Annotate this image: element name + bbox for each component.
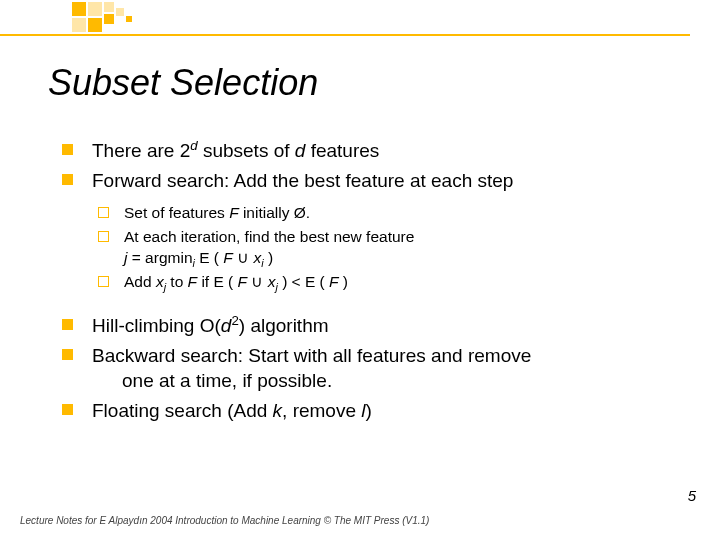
footer-citation: Lecture Notes for E Alpaydın 2004 Introd…: [20, 515, 429, 526]
bullet-item: Hill-climbing O(d2) algorithm: [62, 313, 672, 339]
page-number: 5: [688, 487, 696, 504]
bullet-item: Backward search: Start with all features…: [62, 343, 672, 394]
bullet-list-1: There are 2d subsets of d features Forwa…: [62, 138, 672, 293]
sub-bullet-list: Set of features F initially Ø. At each i…: [98, 203, 672, 293]
content-area: There are 2d subsets of d features Forwa…: [62, 138, 672, 428]
bullet-list-2: Hill-climbing O(d2) algorithm Backward s…: [62, 313, 672, 424]
bullet-item: There are 2d subsets of d features: [62, 138, 672, 164]
sub-bullet-item: Set of features F initially Ø.: [98, 203, 672, 224]
bullet-item: Forward search: Add the best feature at …: [62, 168, 672, 293]
slide-title: Subset Selection: [48, 62, 318, 104]
sub-bullet-item: At each iteration, find the best new fea…: [98, 227, 672, 269]
slide: Subset Selection There are 2d subsets of…: [0, 0, 720, 540]
sub-bullet-item: Add xj to F if E ( F ∪ xj ) < E ( F ): [98, 272, 672, 293]
header-decoration: [0, 0, 720, 36]
bullet-item: Floating search (Add k, remove l): [62, 398, 672, 424]
